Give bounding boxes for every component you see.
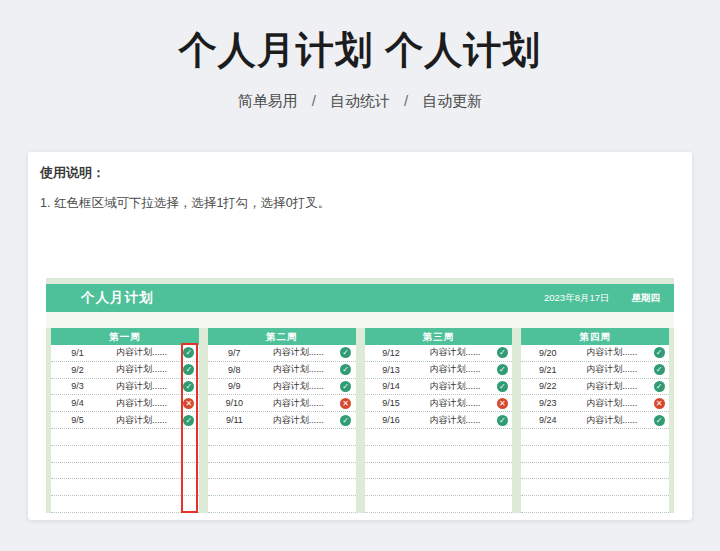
status-dropdown-cell[interactable]: ✕: [336, 398, 356, 409]
plan-row: 9/22内容计划......✓: [521, 379, 669, 396]
plan-row: 9/3内容计划......✓: [51, 379, 199, 396]
status-dropdown-cell[interactable]: ✓: [179, 381, 199, 392]
week-column: 第四周 9/20内容计划......✓9/21内容计划......✓9/22内容…: [521, 328, 669, 513]
status-dropdown-cell[interactable]: ✓: [336, 347, 356, 358]
status-dropdown-cell[interactable]: ✓: [336, 415, 356, 426]
content-cell: 内容计划......: [104, 397, 179, 410]
status-dropdown-cell[interactable]: ✓: [492, 415, 512, 426]
plan-row: 9/10内容计划......✕: [208, 395, 356, 412]
week-rows: 9/1内容计划......✓9/2内容计划......✓9/3内容计划.....…: [51, 345, 199, 513]
content-cell: 内容计划......: [418, 414, 493, 427]
plan-row: 9/1内容计划......✓: [51, 345, 199, 362]
date-cell: 9/12: [365, 348, 418, 358]
content-cell: 内容计划......: [418, 363, 493, 376]
status-dropdown-cell[interactable]: ✓: [179, 415, 199, 426]
separator-slash: /: [404, 90, 408, 112]
cross-icon: ✕: [183, 398, 194, 409]
status-dropdown-cell[interactable]: ✕: [179, 398, 199, 409]
plan-row: 9/2内容计划......✓: [51, 362, 199, 379]
empty-row: [51, 479, 199, 496]
empty-row: [208, 446, 356, 463]
empty-row: [51, 446, 199, 463]
check-icon: ✓: [340, 347, 351, 358]
check-icon: ✓: [497, 347, 508, 358]
content-cell: 内容计划......: [261, 414, 336, 427]
empty-row: [365, 446, 513, 463]
template-card: 使用说明： 1. 红色框区域可下拉选择，选择1打勾，选择0打叉。 个人月计划 2…: [28, 152, 692, 520]
cross-icon: ✕: [497, 398, 508, 409]
plan-row: 9/8内容计划......✓: [208, 362, 356, 379]
empty-row: [521, 463, 669, 480]
sheet-title: 个人月计划: [81, 289, 154, 307]
date-cell: 9/16: [365, 415, 418, 425]
plan-row: 9/16内容计划......✓: [365, 412, 513, 429]
plan-row: 9/20内容计划......✓: [521, 345, 669, 362]
sheet-header: 个人月计划 2023年8月17日 星期四: [46, 284, 674, 312]
check-icon: ✓: [497, 381, 508, 392]
date-cell: 9/8: [208, 365, 261, 375]
plan-row: 9/11内容计划......✓: [208, 412, 356, 429]
separator-slash: /: [312, 90, 316, 112]
status-dropdown-cell[interactable]: ✓: [649, 381, 669, 392]
check-icon: ✓: [183, 415, 194, 426]
date-cell: 9/13: [365, 365, 418, 375]
cross-icon: ✕: [340, 398, 351, 409]
content-cell: 内容计划......: [574, 397, 649, 410]
status-dropdown-cell[interactable]: ✓: [179, 364, 199, 375]
instructions-heading: 使用说明：: [40, 166, 678, 180]
check-icon: ✓: [497, 364, 508, 375]
status-dropdown-cell[interactable]: ✓: [492, 347, 512, 358]
check-icon: ✓: [497, 415, 508, 426]
plan-row: 9/7内容计划......✓: [208, 345, 356, 362]
empty-row: [365, 496, 513, 513]
week-column: 第二周 9/7内容计划......✓9/8内容计划......✓9/9内容计划.…: [208, 328, 356, 513]
plan-row: 9/9内容计划......✓: [208, 379, 356, 396]
usage-instructions: 使用说明： 1. 红色框区域可下拉选择，选择1打勾，选择0打叉。: [28, 152, 692, 211]
empty-row: [208, 429, 356, 446]
empty-row: [365, 463, 513, 480]
check-icon: ✓: [340, 381, 351, 392]
date-cell: 9/1: [51, 348, 104, 358]
content-cell: 内容计划......: [261, 380, 336, 393]
date-cell: 9/5: [51, 415, 104, 425]
week-column: 第三周 9/12内容计划......✓9/13内容计划......✓9/14内容…: [365, 328, 513, 513]
date-cell: 9/3: [51, 381, 104, 391]
status-dropdown-cell[interactable]: ✓: [649, 415, 669, 426]
page-header: 个人月计划 个人计划 简单易用 / 自动统计 / 自动更新: [0, 26, 720, 112]
status-dropdown-cell[interactable]: ✓: [179, 347, 199, 358]
content-cell: 内容计划......: [104, 380, 179, 393]
empty-row: [208, 463, 356, 480]
instruction-line-1: 1. 红色框区域可下拉选择，选择1打勾，选择0打叉。: [40, 195, 678, 211]
plan-row: 9/4内容计划......✕: [51, 395, 199, 412]
content-cell: 内容计划......: [104, 414, 179, 427]
content-cell: 内容计划......: [261, 397, 336, 410]
cross-icon: ✕: [654, 398, 665, 409]
status-dropdown-cell[interactable]: ✓: [649, 364, 669, 375]
plan-row: 9/15内容计划......✕: [365, 395, 513, 412]
date-cell: 9/20: [521, 348, 574, 358]
check-icon: ✓: [183, 364, 194, 375]
sheet-weekday: 星期四: [632, 292, 661, 305]
empty-row: [521, 429, 669, 446]
status-dropdown-cell[interactable]: ✕: [649, 398, 669, 409]
week-rows: 9/7内容计划......✓9/8内容计划......✓9/9内容计划.....…: [208, 345, 356, 513]
content-cell: 内容计划......: [574, 380, 649, 393]
sheet-gap-row: [46, 312, 674, 328]
empty-row: [51, 463, 199, 480]
status-dropdown-cell[interactable]: ✓: [336, 364, 356, 375]
check-icon: ✓: [654, 415, 665, 426]
status-dropdown-cell[interactable]: ✕: [492, 398, 512, 409]
date-cell: 9/21: [521, 365, 574, 375]
status-dropdown-cell[interactable]: ✓: [649, 347, 669, 358]
empty-row: [51, 429, 199, 446]
week-rows: 9/20内容计划......✓9/21内容计划......✓9/22内容计划..…: [521, 345, 669, 513]
plan-row: 9/12内容计划......✓: [365, 345, 513, 362]
status-dropdown-cell[interactable]: ✓: [492, 381, 512, 392]
status-dropdown-cell[interactable]: ✓: [492, 364, 512, 375]
status-dropdown-cell[interactable]: ✓: [336, 381, 356, 392]
empty-row: [521, 479, 669, 496]
week-rows: 9/12内容计划......✓9/13内容计划......✓9/14内容计划..…: [365, 345, 513, 513]
empty-row: [51, 496, 199, 513]
empty-row: [521, 496, 669, 513]
empty-row: [208, 479, 356, 496]
